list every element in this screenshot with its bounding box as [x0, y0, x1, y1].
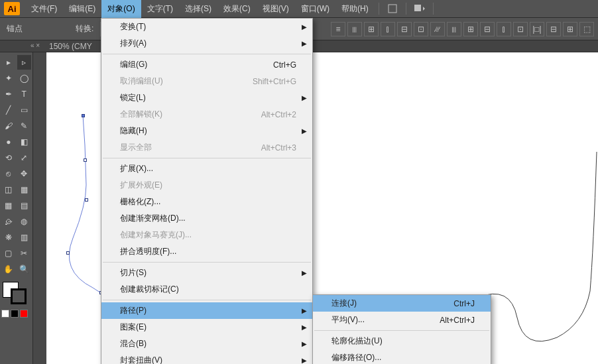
menu-separator: [314, 330, 489, 331]
menu-item[interactable]: 路径(P)▶: [101, 302, 312, 319]
menu-item[interactable]: 创建裁切标记(C): [101, 281, 312, 298]
stroke-swatch[interactable]: [11, 288, 27, 304]
menu-item[interactable]: 变换(T)▶: [101, 19, 312, 35]
anchor-point[interactable]: [66, 251, 70, 255]
menu-item-label: 混合(B): [120, 338, 147, 349]
blend-tool[interactable]: ◍: [17, 214, 32, 229]
menu-选择[interactable]: 选择(S): [179, 0, 217, 19]
gradient-tool[interactable]: ▤: [17, 198, 32, 213]
pen-tool[interactable]: ✒: [1, 87, 16, 101]
align-icon[interactable]: ⊟: [480, 22, 495, 36]
align-icon[interactable]: ⫿: [381, 22, 395, 36]
menu-item[interactable]: 排列(A)▶: [101, 35, 312, 52]
tab-close-icon[interactable]: « ×: [30, 42, 40, 49]
direct-selection-tool[interactable]: ▹: [17, 55, 32, 70]
paintbrush-tool[interactable]: 🖌: [1, 119, 16, 133]
menu-item: 扩展外观(E): [101, 177, 312, 194]
menu-效果[interactable]: 效果(C): [217, 0, 257, 19]
anchor-point[interactable]: [84, 158, 87, 162]
color-swatches[interactable]: [1, 282, 31, 314]
slice-tool[interactable]: ✂: [17, 246, 32, 261]
artboard-tool[interactable]: ▢: [1, 246, 16, 261]
shape-builder-tool[interactable]: ◫: [1, 182, 16, 197]
align-icon[interactable]: ⫼: [347, 22, 362, 36]
menu-视图[interactable]: 视图(V): [257, 0, 295, 19]
menu-shortcut: Ctrl+G: [273, 60, 296, 70]
type-tool[interactable]: T: [17, 87, 32, 101]
hand-tool[interactable]: ✋: [1, 262, 16, 276]
menu-item[interactable]: 锁定(L)▶: [101, 90, 312, 106]
mini-swatch[interactable]: [1, 310, 9, 318]
perspective-tool[interactable]: ▦: [17, 182, 32, 197]
align-icon[interactable]: ≡: [331, 22, 345, 36]
mesh-tool[interactable]: ▦: [1, 198, 16, 213]
align-icon[interactable]: ⊡: [513, 22, 528, 36]
magic-wand-tool[interactable]: ✦: [1, 71, 16, 86]
align-icon[interactable]: ⫿: [497, 22, 511, 36]
eyedropper-tool[interactable]: ⌮: [1, 214, 16, 229]
width-tool[interactable]: ⎋: [1, 166, 16, 181]
align-icon[interactable]: ⫼: [447, 22, 461, 36]
submenu-arrow-icon: ▶: [302, 127, 307, 135]
align-icon[interactable]: ⊡: [414, 22, 428, 36]
menu-文字[interactable]: 文字(T): [141, 0, 179, 19]
menu-item[interactable]: 创建渐变网格(D)...: [101, 210, 312, 227]
mini-swatch[interactable]: [11, 310, 19, 318]
menu-item[interactable]: 隐藏(H)▶: [101, 123, 312, 139]
lasso-tool[interactable]: ◯: [17, 71, 32, 86]
eraser-tool[interactable]: ◧: [17, 135, 32, 149]
menu-item[interactable]: 混合(B)▶: [101, 335, 312, 352]
pencil-tool[interactable]: ✎: [17, 119, 32, 133]
blob-brush-tool[interactable]: ●: [1, 135, 16, 149]
menu-separator: [433, 3, 434, 15]
menu-item[interactable]: 切片(S)▶: [101, 265, 312, 281]
menu-item[interactable]: 图案(E)▶: [101, 319, 312, 335]
align-icon[interactable]: ⊞: [364, 22, 379, 36]
submenu-item[interactable]: 轮廓化描边(U): [313, 333, 491, 349]
menu-窗口[interactable]: 窗口(W): [295, 0, 335, 19]
submenu-item[interactable]: 平均(V)...Alt+Ctrl+J: [313, 312, 491, 328]
transform-icon[interactable]: ⊞: [563, 22, 577, 36]
mini-swatch[interactable]: [20, 310, 28, 318]
menu-item-label: 编组(G): [120, 59, 147, 70]
rotate-tool[interactable]: ⟲: [1, 151, 16, 165]
menu-item-label: 平均(V)...: [331, 314, 365, 326]
align-icon[interactable]: |□|: [530, 22, 544, 36]
menu-对象[interactable]: 对象(O): [101, 0, 141, 19]
menu-item: 显示全部Alt+Ctrl+3: [101, 139, 312, 156]
submenu-item[interactable]: 连接(J)Ctrl+J: [313, 295, 491, 312]
menu-文件[interactable]: 文件(F): [25, 0, 63, 19]
submenu-arrow-icon: ▶: [302, 23, 307, 30]
menu-item-label: 锁定(L): [120, 92, 146, 103]
menu-item[interactable]: 封套扭曲(V)▶: [101, 352, 312, 364]
align-icon[interactable]: ⫻: [430, 22, 445, 36]
anchor-point[interactable]: [85, 198, 88, 202]
align-icon[interactable]: ⊟: [546, 22, 561, 36]
isolate-icon[interactable]: ⬚: [579, 22, 594, 36]
anchor-point[interactable]: [82, 114, 85, 117]
scale-tool[interactable]: ⤢: [17, 151, 32, 165]
tools-panel: ▸▹✦◯✒T╱▭🖌✎●◧⟲⤢⎋✥◫▦▦▤⌮◍❋▥▢✂✋🔍: [0, 52, 33, 364]
submenu-item[interactable]: 偏移路径(O)...: [313, 349, 491, 364]
menu-item[interactable]: 编组(G)Ctrl+G: [101, 56, 312, 73]
menu-item-label: 封套扭曲(V): [120, 355, 162, 364]
menu-item[interactable]: 栅格化(Z)...: [101, 194, 312, 210]
menu-编辑[interactable]: 编辑(E): [63, 0, 101, 19]
line-tool[interactable]: ╱: [1, 103, 16, 117]
align-icon[interactable]: ⊞: [463, 22, 478, 36]
menu-item-label: 创建对象马赛克(J)...: [120, 229, 192, 241]
selection-tool[interactable]: ▸: [1, 55, 16, 70]
symbol-sprayer-tool[interactable]: ❋: [1, 230, 16, 245]
zoom-tool[interactable]: 🔍: [17, 262, 32, 276]
menu-item[interactable]: 拼合透明度(F)...: [101, 243, 312, 260]
path-submenu: 连接(J)Ctrl+J平均(V)...Alt+Ctrl+J轮廓化描边(U)偏移路…: [312, 294, 491, 364]
free-transform-tool[interactable]: ✥: [17, 166, 32, 181]
graph-tool[interactable]: ▥: [17, 230, 32, 245]
align-icon[interactable]: ⊟: [397, 22, 412, 36]
menu-帮助[interactable]: 帮助(H): [335, 0, 375, 19]
menu-item[interactable]: 扩展(X)...: [101, 160, 312, 177]
rectangle-tool[interactable]: ▭: [17, 103, 32, 117]
menu-item-label: 连接(J): [331, 298, 357, 309]
arrange-docs-icon[interactable]: [386, 2, 399, 15]
workspace-switch-icon[interactable]: [413, 2, 426, 15]
